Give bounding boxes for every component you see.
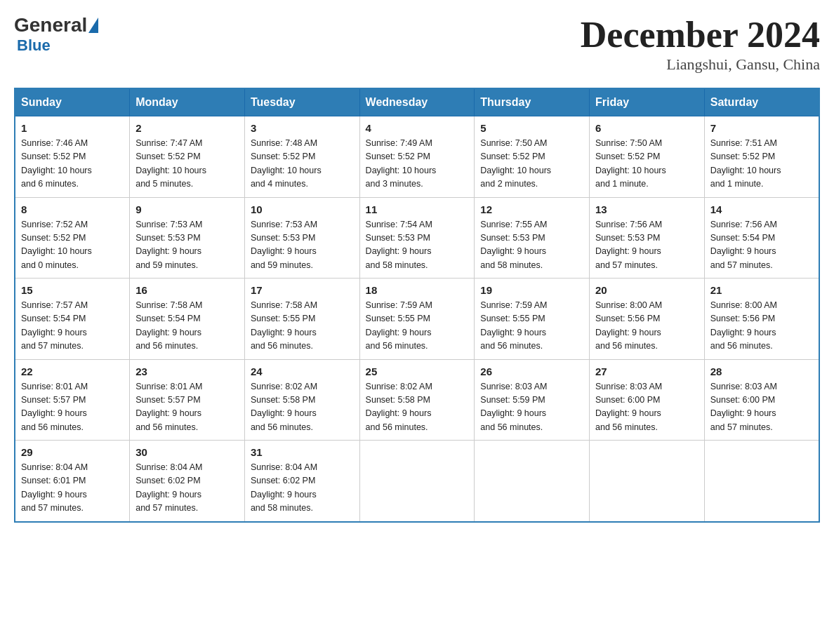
day-info: Sunrise: 8:04 AM Sunset: 6:01 PM Dayligh… (21, 461, 124, 516)
day-number: 3 (251, 122, 354, 134)
calendar-cell: 20Sunrise: 8:00 AM Sunset: 5:56 PM Dayli… (590, 279, 705, 360)
calendar-cell: 26Sunrise: 8:03 AM Sunset: 5:59 PM Dayli… (475, 359, 590, 441)
day-info: Sunrise: 7:53 AM Sunset: 5:53 PM Dayligh… (135, 218, 239, 273)
day-info: Sunrise: 7:47 AM Sunset: 5:52 PM Dayligh… (135, 137, 239, 192)
day-info: Sunrise: 7:59 AM Sunset: 5:55 PM Dayligh… (480, 299, 583, 354)
day-number: 25 (366, 365, 469, 377)
weekday-header-sunday: Sunday (15, 88, 130, 116)
calendar-cell: 2Sunrise: 7:47 AM Sunset: 5:52 PM Daylig… (130, 116, 245, 198)
day-number: 5 (480, 122, 583, 134)
day-number: 8 (21, 203, 124, 215)
page-header: General Blue December 2024 Liangshui, Ga… (14, 14, 820, 74)
day-number: 18 (366, 284, 469, 296)
weekday-header-saturday: Saturday (704, 88, 819, 116)
day-number: 20 (595, 284, 699, 296)
calendar-cell: 18Sunrise: 7:59 AM Sunset: 5:55 PM Dayli… (359, 279, 475, 360)
day-info: Sunrise: 8:02 AM Sunset: 5:58 PM Dayligh… (366, 380, 469, 435)
day-info: Sunrise: 7:55 AM Sunset: 5:53 PM Dayligh… (480, 218, 583, 273)
calendar-cell: 14Sunrise: 7:56 AM Sunset: 5:54 PM Dayli… (704, 197, 819, 279)
day-info: Sunrise: 7:54 AM Sunset: 5:53 PM Dayligh… (366, 218, 469, 273)
calendar-table: SundayMondayTuesdayWednesdayThursdayFrid… (14, 88, 820, 523)
day-number: 6 (595, 122, 699, 134)
day-number: 24 (251, 365, 354, 377)
calendar-week-4: 22Sunrise: 8:01 AM Sunset: 5:57 PM Dayli… (15, 359, 819, 441)
calendar-cell: 4Sunrise: 7:49 AM Sunset: 5:52 PM Daylig… (359, 116, 475, 198)
day-number: 17 (251, 284, 354, 296)
day-number: 27 (595, 365, 699, 377)
day-number: 15 (21, 284, 124, 296)
day-number: 9 (135, 203, 239, 215)
day-number: 30 (135, 446, 239, 458)
day-info: Sunrise: 7:58 AM Sunset: 5:54 PM Dayligh… (135, 299, 239, 354)
calendar-cell: 11Sunrise: 7:54 AM Sunset: 5:53 PM Dayli… (359, 197, 475, 279)
day-number: 22 (21, 365, 124, 377)
day-number: 2 (135, 122, 239, 134)
calendar-cell: 19Sunrise: 7:59 AM Sunset: 5:55 PM Dayli… (475, 279, 590, 360)
day-info: Sunrise: 8:00 AM Sunset: 5:56 PM Dayligh… (710, 299, 813, 354)
day-info: Sunrise: 7:56 AM Sunset: 5:53 PM Dayligh… (595, 218, 699, 273)
day-info: Sunrise: 7:50 AM Sunset: 5:52 PM Dayligh… (480, 137, 583, 192)
calendar-week-1: 1Sunrise: 7:46 AM Sunset: 5:52 PM Daylig… (15, 116, 819, 198)
day-number: 31 (251, 446, 354, 458)
day-info: Sunrise: 7:49 AM Sunset: 5:52 PM Dayligh… (366, 137, 469, 192)
calendar-cell: 16Sunrise: 7:58 AM Sunset: 5:54 PM Dayli… (130, 279, 245, 360)
subtitle: Liangshui, Gansu, China (581, 55, 820, 74)
day-number: 7 (710, 122, 813, 134)
logo-blue-text: Blue (17, 36, 51, 54)
calendar-cell (590, 441, 705, 522)
calendar-cell: 12Sunrise: 7:55 AM Sunset: 5:53 PM Dayli… (475, 197, 590, 279)
day-number: 10 (251, 203, 354, 215)
calendar-week-3: 15Sunrise: 7:57 AM Sunset: 5:54 PM Dayli… (15, 279, 819, 360)
day-info: Sunrise: 8:03 AM Sunset: 6:00 PM Dayligh… (710, 380, 813, 435)
day-number: 1 (21, 122, 124, 134)
day-info: Sunrise: 7:57 AM Sunset: 5:54 PM Dayligh… (21, 299, 124, 354)
calendar-cell (475, 441, 590, 522)
calendar-cell (359, 441, 475, 522)
weekday-header-friday: Friday (590, 88, 705, 116)
calendar-cell: 3Sunrise: 7:48 AM Sunset: 5:52 PM Daylig… (244, 116, 359, 198)
calendar-cell: 31Sunrise: 8:04 AM Sunset: 6:02 PM Dayli… (244, 441, 359, 522)
calendar-cell: 24Sunrise: 8:02 AM Sunset: 5:58 PM Dayli… (244, 359, 359, 441)
day-number: 26 (480, 365, 583, 377)
day-info: Sunrise: 8:01 AM Sunset: 5:57 PM Dayligh… (21, 380, 124, 435)
day-info: Sunrise: 8:03 AM Sunset: 5:59 PM Dayligh… (480, 380, 583, 435)
day-number: 13 (595, 203, 699, 215)
day-info: Sunrise: 7:59 AM Sunset: 5:55 PM Dayligh… (366, 299, 469, 354)
calendar-cell: 23Sunrise: 8:01 AM Sunset: 5:57 PM Dayli… (130, 359, 245, 441)
weekday-header-row: SundayMondayTuesdayWednesdayThursdayFrid… (15, 88, 819, 116)
day-info: Sunrise: 8:03 AM Sunset: 6:00 PM Dayligh… (595, 380, 699, 435)
calendar-cell: 21Sunrise: 8:00 AM Sunset: 5:56 PM Dayli… (704, 279, 819, 360)
calendar-cell: 29Sunrise: 8:04 AM Sunset: 6:01 PM Dayli… (15, 441, 130, 522)
logo-triangle-icon (88, 18, 98, 33)
day-info: Sunrise: 7:58 AM Sunset: 5:55 PM Dayligh… (251, 299, 354, 354)
calendar-cell (704, 441, 819, 522)
day-info: Sunrise: 7:56 AM Sunset: 5:54 PM Dayligh… (710, 218, 813, 273)
day-number: 29 (21, 446, 124, 458)
calendar-cell: 28Sunrise: 8:03 AM Sunset: 6:00 PM Dayli… (704, 359, 819, 441)
day-info: Sunrise: 7:50 AM Sunset: 5:52 PM Dayligh… (595, 137, 699, 192)
weekday-header-tuesday: Tuesday (244, 88, 359, 116)
logo-general-text: General (14, 14, 87, 36)
main-title: December 2024 (581, 14, 820, 55)
day-number: 19 (480, 284, 583, 296)
day-number: 23 (135, 365, 239, 377)
day-number: 14 (710, 203, 813, 215)
day-number: 28 (710, 365, 813, 377)
day-info: Sunrise: 8:04 AM Sunset: 6:02 PM Dayligh… (135, 461, 239, 516)
calendar-cell: 17Sunrise: 7:58 AM Sunset: 5:55 PM Dayli… (244, 279, 359, 360)
calendar-cell: 5Sunrise: 7:50 AM Sunset: 5:52 PM Daylig… (475, 116, 590, 198)
day-info: Sunrise: 7:48 AM Sunset: 5:52 PM Dayligh… (251, 137, 354, 192)
weekday-header-wednesday: Wednesday (359, 88, 475, 116)
day-info: Sunrise: 7:51 AM Sunset: 5:52 PM Dayligh… (710, 137, 813, 192)
day-info: Sunrise: 8:02 AM Sunset: 5:58 PM Dayligh… (251, 380, 354, 435)
day-info: Sunrise: 8:04 AM Sunset: 6:02 PM Dayligh… (251, 461, 354, 516)
day-number: 16 (135, 284, 239, 296)
day-info: Sunrise: 7:52 AM Sunset: 5:52 PM Dayligh… (21, 218, 124, 273)
calendar-cell: 7Sunrise: 7:51 AM Sunset: 5:52 PM Daylig… (704, 116, 819, 198)
calendar-cell: 25Sunrise: 8:02 AM Sunset: 5:58 PM Dayli… (359, 359, 475, 441)
calendar-cell: 10Sunrise: 7:53 AM Sunset: 5:53 PM Dayli… (244, 197, 359, 279)
day-number: 11 (366, 203, 469, 215)
weekday-header-thursday: Thursday (475, 88, 590, 116)
calendar-cell: 27Sunrise: 8:03 AM Sunset: 6:00 PM Dayli… (590, 359, 705, 441)
day-info: Sunrise: 8:01 AM Sunset: 5:57 PM Dayligh… (135, 380, 239, 435)
